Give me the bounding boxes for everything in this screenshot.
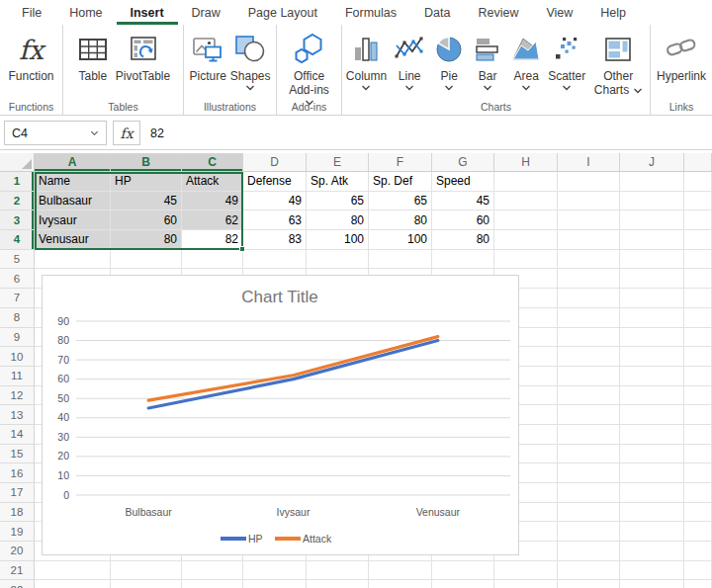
tab-help[interactable]: Help (586, 2, 640, 25)
row-header-2[interactable]: 2 (0, 192, 35, 211)
cell-F22[interactable] (369, 580, 432, 588)
cell-F5[interactable] (369, 250, 432, 270)
cell-G2[interactable]: 45 (432, 192, 494, 211)
cell-B4[interactable]: 80 (111, 230, 182, 250)
cell-H21[interactable] (494, 561, 558, 581)
cell-H5[interactable] (494, 250, 558, 270)
row-header-14[interactable]: 14 (0, 425, 35, 445)
row-header-10[interactable]: 10 (0, 347, 35, 367)
cell-J9[interactable] (620, 328, 684, 348)
cell-B21[interactable] (111, 561, 182, 581)
cell-E2[interactable]: 65 (307, 192, 369, 211)
cell-D2[interactable]: 49 (243, 192, 307, 211)
cell-K16[interactable] (684, 463, 712, 483)
cell-J10[interactable] (620, 347, 684, 367)
row-header-3[interactable]: 3 (0, 210, 35, 230)
row-header-20[interactable]: 20 (0, 542, 35, 561)
cell-H22[interactable] (494, 580, 558, 588)
row-header-4[interactable]: 4 (0, 230, 35, 250)
column-chart-button[interactable]: Column (346, 30, 387, 91)
column-header-g[interactable]: G (432, 153, 494, 172)
bar-chart-button[interactable]: Bar (471, 30, 504, 91)
cell-I2[interactable] (558, 192, 620, 211)
fill-handle[interactable] (239, 246, 245, 252)
cell-I22[interactable] (558, 580, 620, 588)
column-header-b[interactable]: B (111, 153, 182, 172)
cell-K9[interactable] (684, 328, 712, 348)
shapes-button[interactable]: Shapes (230, 30, 271, 91)
cell-H3[interactable] (494, 210, 558, 230)
tab-data[interactable]: Data (410, 2, 464, 25)
cell-B5[interactable] (111, 250, 182, 270)
cell-J20[interactable] (620, 542, 684, 561)
tab-file[interactable]: File (8, 2, 55, 25)
cell-E1[interactable]: Sp. Atk (307, 172, 369, 192)
tab-home[interactable]: Home (55, 2, 116, 25)
cell-J5[interactable] (620, 250, 684, 270)
cell-K15[interactable] (684, 445, 712, 464)
cell-J22[interactable] (620, 580, 684, 588)
cell-K6[interactable] (684, 269, 712, 289)
column-header-k[interactable] (684, 153, 712, 172)
cell-J18[interactable] (620, 503, 684, 523)
cell-A3[interactable]: Ivysaur (35, 210, 111, 230)
cell-F21[interactable] (369, 561, 432, 581)
column-header-i[interactable]: I (558, 153, 620, 172)
cell-G1[interactable]: Speed (432, 172, 494, 192)
office-addins-button[interactable]: Office Add-ins (285, 30, 334, 106)
row-header-13[interactable]: 13 (0, 405, 35, 425)
cell-F3[interactable]: 80 (369, 210, 432, 230)
hyperlink-button[interactable]: Hyperlink (657, 30, 706, 83)
column-header-a[interactable]: A (35, 153, 111, 172)
cell-I16[interactable] (558, 463, 620, 483)
cell-I8[interactable] (558, 308, 620, 328)
row-header-17[interactable]: 17 (0, 483, 35, 503)
cell-K7[interactable] (684, 289, 712, 308)
cell-C5[interactable] (182, 250, 243, 270)
pie-chart-button[interactable]: Pie (432, 30, 466, 91)
cell-I3[interactable] (558, 210, 620, 230)
cell-H1[interactable] (494, 172, 558, 192)
row-header-8[interactable]: 8 (0, 308, 35, 328)
cell-D22[interactable] (243, 580, 307, 588)
cell-H2[interactable] (494, 192, 558, 211)
row-header-1[interactable]: 1 (0, 172, 35, 192)
area-chart-button[interactable]: Area (509, 30, 543, 91)
function-button[interactable]: fx Function (8, 30, 53, 83)
cell-K19[interactable] (684, 522, 712, 542)
cell-E4[interactable]: 100 (307, 230, 369, 250)
picture-button[interactable]: Picture (189, 30, 225, 83)
cell-I15[interactable] (558, 445, 620, 464)
cell-D3[interactable]: 63 (243, 210, 307, 230)
cell-K11[interactable] (684, 367, 712, 386)
cell-C3[interactable]: 62 (182, 210, 243, 230)
cell-I1[interactable] (558, 172, 620, 192)
cell-K5[interactable] (684, 250, 712, 270)
column-header-c[interactable]: C (182, 153, 243, 172)
other-charts-button[interactable]: Other Charts (590, 30, 646, 98)
cell-C22[interactable] (182, 580, 243, 588)
embedded-chart[interactable]: Chart Title0102030405060708090BulbasaurI… (42, 275, 519, 555)
cell-H4[interactable] (494, 230, 558, 250)
cell-J12[interactable] (620, 386, 684, 406)
row-header-22[interactable]: 22 (0, 580, 35, 588)
formula-input[interactable]: 82 (150, 126, 164, 140)
cell-J19[interactable] (620, 522, 684, 542)
cell-J7[interactable] (620, 289, 684, 308)
cell-B22[interactable] (111, 580, 182, 588)
cell-K1[interactable] (684, 172, 712, 192)
cell-J6[interactable] (620, 269, 684, 289)
row-header-9[interactable]: 9 (0, 328, 35, 348)
column-header-j[interactable]: J (620, 153, 684, 172)
line-chart-button[interactable]: Line (392, 30, 427, 91)
cell-I9[interactable] (558, 328, 620, 348)
cell-K2[interactable] (684, 192, 712, 211)
cell-J15[interactable] (620, 445, 684, 464)
tab-insert[interactable]: Insert (117, 2, 178, 25)
cell-I18[interactable] (558, 503, 620, 523)
cell-A22[interactable] (35, 580, 111, 588)
name-box[interactable]: C4 (4, 121, 107, 145)
cell-I7[interactable] (558, 289, 620, 308)
cell-I11[interactable] (558, 367, 620, 386)
cell-G21[interactable] (432, 561, 494, 581)
